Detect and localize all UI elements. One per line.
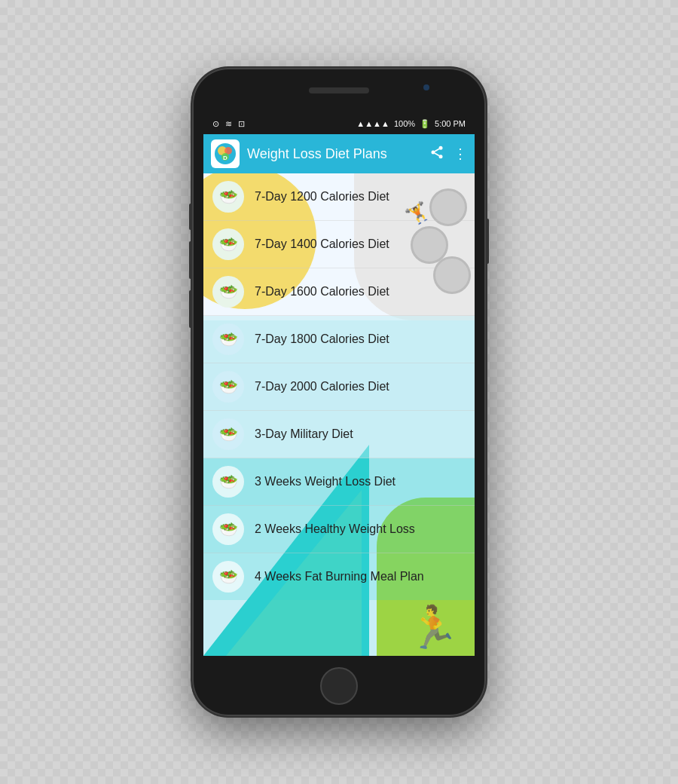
menu-list: 🥗 7-Day 1200 Calories Diet 🥗 7-Day 1400 …	[203, 173, 475, 600]
list-item[interactable]: 🥗 7-Day 1800 Calories Diet	[203, 316, 475, 363]
svg-line-9	[435, 149, 439, 151]
phone-screen: ⊙ ≋ ⊡ ▲▲▲▲ 100% 🔋 5:00 PM D	[203, 113, 475, 656]
battery-icon: 🔋	[420, 119, 430, 129]
phone-speaker	[309, 87, 369, 93]
item-label-4: 7-Day 1800 Calories Diet	[255, 332, 389, 346]
camera-icon: ⊡	[238, 119, 245, 129]
list-item[interactable]: 🥗 7-Day 1600 Calories Diet	[203, 268, 475, 316]
item-label-2: 7-Day 1400 Calories Diet	[255, 237, 389, 251]
app-bar: D Weight Loss Diet Plans ⋮	[203, 134, 475, 173]
item-label-6: 3-Day Military Diet	[255, 427, 353, 441]
item-icon-4: 🥗	[212, 323, 244, 355]
phone-bottom	[320, 656, 358, 716]
status-left-icons: ⊙ ≋ ⊡	[212, 119, 245, 129]
battery-level: 100%	[394, 119, 415, 128]
front-camera	[423, 84, 429, 90]
status-right-info: ▲▲▲▲ 100% 🔋 5:00 PM	[356, 119, 466, 129]
wifi-icon: ≋	[225, 119, 232, 129]
item-icon-3: 🥗	[212, 276, 244, 308]
list-item[interactable]: 🥗 3-Day Military Diet	[203, 411, 475, 458]
list-item[interactable]: 🥗 7-Day 1400 Calories Diet	[203, 221, 475, 268]
content-area: 🏋️ 🏃 🥗 7-Day 1200 Calories Diet	[203, 173, 475, 656]
item-icon-7: 🥗	[212, 466, 244, 498]
volume-up-button[interactable]	[189, 204, 192, 230]
item-label-3: 7-Day 1600 Calories Diet	[255, 285, 389, 299]
phone-device: ⊙ ≋ ⊡ ▲▲▲▲ 100% 🔋 5:00 PM D	[192, 68, 486, 716]
item-label-9: 4 Weeks Fat Burning Meal Plan	[255, 570, 424, 583]
power-button[interactable]	[486, 219, 489, 264]
camera-button[interactable]	[189, 290, 192, 328]
signal-icon: ▲▲▲▲	[356, 119, 389, 128]
status-bar: ⊙ ≋ ⊡ ▲▲▲▲ 100% 🔋 5:00 PM	[203, 113, 475, 134]
time-display: 5:00 PM	[435, 119, 466, 128]
svg-text:D: D	[223, 155, 228, 161]
app-bar-actions: ⋮	[429, 145, 467, 164]
item-icon-5: 🥗	[212, 371, 244, 403]
phone-top-bar	[192, 68, 486, 113]
volume-down-button[interactable]	[189, 241, 192, 279]
list-item[interactable]: 🥗 4 Weeks Fat Burning Meal Plan	[203, 553, 475, 600]
item-label-8: 2 Weeks Healthy Weight Loss	[255, 522, 415, 536]
home-button[interactable]	[320, 667, 358, 705]
svg-point-6	[432, 150, 435, 154]
svg-line-8	[435, 153, 439, 155]
overflow-menu-button[interactable]: ⋮	[454, 145, 467, 162]
app-icon: D	[211, 139, 240, 168]
list-item[interactable]: 🥗 7-Day 2000 Calories Diet	[203, 363, 475, 411]
list-item[interactable]: 🥗 3 Weeks Weight Loss Diet	[203, 458, 475, 506]
share-button[interactable]	[429, 145, 444, 164]
item-icon-9: 🥗	[212, 561, 244, 593]
item-label-1: 7-Day 1200 Calories Diet	[255, 190, 389, 204]
item-icon-6: 🥗	[212, 418, 244, 450]
svg-point-7	[439, 155, 443, 158]
item-label-5: 7-Day 2000 Calories Diet	[255, 380, 389, 394]
app-title: Weight Loss Diet Plans	[247, 146, 422, 162]
svg-point-5	[439, 145, 443, 149]
item-label-7: 3 Weeks Weight Loss Diet	[255, 475, 396, 488]
list-item[interactable]: 🥗 2 Weeks Healthy Weight Loss	[203, 506, 475, 553]
item-icon-2: 🥗	[212, 228, 244, 260]
item-icon-8: 🥗	[212, 513, 244, 545]
item-icon-1: 🥗	[212, 181, 244, 213]
whatsapp-icon: ⊙	[212, 119, 219, 129]
list-item[interactable]: 🥗 7-Day 1200 Calories Diet	[203, 173, 475, 221]
